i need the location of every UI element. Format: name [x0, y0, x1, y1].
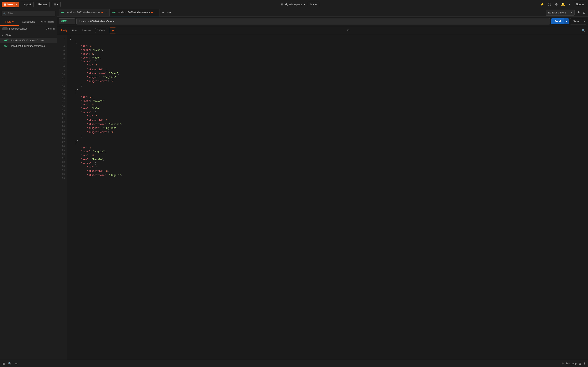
new-tab-button[interactable]: + — [161, 10, 165, 15]
layout-icon-button[interactable]: ⊟ — [579, 362, 581, 365]
filter-input[interactable] — [2, 11, 55, 16]
tab-url: localhost:8081/students/score — [118, 11, 150, 14]
new-button[interactable]: ⊞ New — [2, 2, 15, 7]
search-icon-button[interactable]: ⚡ — [539, 2, 545, 7]
eye-icon-button[interactable]: 👁 — [576, 10, 581, 15]
today-label: Today — [4, 34, 11, 36]
save-dropdown-button[interactable]: ▾ — [582, 18, 586, 25]
chevron-down-icon: ▾ — [67, 20, 68, 22]
save-button[interactable]: Save — [570, 18, 582, 25]
history-today-group[interactable]: ▾ Today — [0, 33, 57, 38]
save-responses-toggle: Save Responses — [2, 27, 27, 30]
method-badge: GET — [3, 39, 9, 42]
workspace-button[interactable]: ⊞ My Workspace ▾ — [281, 3, 305, 6]
method-select[interactable]: GET ▾ — [59, 18, 75, 24]
env-selector[interactable]: No Environment ▾ — [546, 9, 575, 16]
send-button[interactable]: Send — [551, 18, 564, 24]
history-item[interactable]: GET localhost:8081/students/scores — [0, 43, 57, 49]
collections-tab-label: Collections — [22, 20, 35, 23]
runner-button[interactable]: Runner — [36, 2, 50, 7]
bottom-right: 🎓 Bootcamp ⊟ ⬇ — [561, 362, 586, 365]
tab-close-icon[interactable]: ✕ — [155, 11, 157, 14]
response-area: Pretty Raw Preview JSON ▾ ⇌ ⧉ 🔍 — [57, 26, 588, 360]
console-icon-button[interactable]: ▭ — [15, 362, 17, 365]
response-tab-preview[interactable]: Preview — [80, 28, 93, 33]
save-button-group: Save ▾ — [570, 18, 586, 25]
grid-icon: ⊞ — [281, 3, 283, 6]
request-tab-1[interactable]: GET localhost:8081/students/score ✕ — [110, 9, 159, 16]
main-content: History Collections APIs BETA Save Respo… — [0, 9, 588, 360]
history-section: ▾ Today GET localhost:8081/students/scor… — [0, 32, 57, 360]
env-area: No Environment ▾ 👁 ⚙ — [546, 9, 586, 16]
top-bar: ⊞ New ▾ Import Runner ⊟ ▾ ⊞ My Workspace… — [0, 0, 588, 9]
search-icon-button[interactable]: 🔍 — [580, 28, 586, 33]
bootcamp-button[interactable]: 🎓 Bootcamp — [561, 362, 577, 365]
settings-icon-button[interactable]: ⚙ — [554, 2, 559, 7]
pretty-tab-label: Pretty — [61, 29, 67, 32]
invite-button[interactable]: Invite — [308, 2, 319, 7]
response-tabs: Pretty Raw Preview JSON ▾ ⇌ ⧉ 🔍 — [57, 26, 588, 35]
sidebar-tab-collections[interactable]: Collections — [19, 18, 38, 26]
clear-all-button[interactable]: Clear all — [46, 27, 55, 30]
workspace-label: My Workspace — [285, 3, 302, 6]
heart-icon-button[interactable]: ♥ — [568, 2, 571, 7]
layout-button[interactable]: ⊟ ▾ — [52, 2, 61, 7]
chevron-down-icon: ▾ — [104, 29, 105, 32]
headphones-icon-button[interactable]: 🎧 — [547, 2, 553, 7]
url-bar: GET ▾ Send ▾ Save ▾ — [57, 17, 588, 26]
method-label: GET — [61, 20, 67, 23]
request-tabs-bar: GET localhost:8081/students/scores ✕ GET… — [57, 9, 588, 17]
line-numbers: 1234567891011121314151617181920212223242… — [57, 35, 67, 360]
plus-icon: ⊞ — [4, 3, 6, 6]
copy-icon-button[interactable]: ⧉ — [346, 28, 351, 33]
wrap-icon-button[interactable]: ⇌ — [110, 27, 116, 33]
response-tab-raw[interactable]: Raw — [70, 28, 79, 33]
sidebar-tab-history[interactable]: History — [0, 18, 19, 26]
chevron-down-icon: ▾ — [2, 34, 3, 36]
send-dropdown-button[interactable]: ▾ — [564, 18, 569, 24]
sidebar-search-container — [0, 9, 57, 18]
save-responses-toggle-switch[interactable] — [2, 27, 8, 30]
url-input[interactable] — [76, 18, 550, 25]
env-settings-icon-button[interactable]: ⚙ — [582, 10, 586, 16]
bootcamp-label: Bootcamp — [566, 362, 577, 365]
sidebar-tab-apis[interactable]: APIs BETA — [38, 18, 57, 26]
bottom-left: ⊞ 🔍 ▭ — [2, 362, 17, 365]
json-format-select[interactable]: JSON ▾ — [95, 28, 107, 33]
bell-icon-button[interactable]: 🔔 — [560, 2, 566, 7]
send-button-group: Send ▾ — [551, 18, 569, 24]
tab-unsaved-dot — [151, 12, 153, 13]
bootcamp-icon: 🎓 — [561, 362, 564, 365]
request-tab-0[interactable]: GET localhost:8081/students/scores ✕ — [59, 9, 110, 16]
history-url: localhost:8081/students/scores — [11, 45, 45, 48]
sign-in-button[interactable]: Sign In — [573, 2, 586, 7]
tab-actions: + ••• — [161, 10, 172, 15]
import-button[interactable]: Import — [21, 2, 34, 7]
search-wrap — [2, 11, 55, 16]
chevron-down-icon: ▾ — [566, 20, 567, 23]
tab-unsaved-dot — [102, 12, 103, 13]
code-content: [ { "id": 1, "name": "Even", "age": 9, "… — [67, 35, 588, 360]
history-tab-label: History — [5, 20, 13, 23]
sidebar-tabs: History Collections APIs BETA — [0, 18, 57, 26]
chevron-down-icon: ▾ — [571, 12, 572, 14]
search-icon-button[interactable]: 🔍 — [8, 362, 12, 365]
sidebar: History Collections APIs BETA Save Respo… — [0, 9, 57, 360]
raw-tab-label: Raw — [72, 29, 77, 32]
response-tab-pretty[interactable]: Pretty — [59, 28, 69, 33]
chevron-down-icon: ▾ — [304, 3, 305, 6]
tab-close-icon[interactable]: ✕ — [105, 11, 107, 14]
history-item[interactable]: GET localhost:8081/students/score — [0, 38, 57, 43]
env-label: No Environment — [548, 11, 566, 14]
more-tabs-button[interactable]: ••• — [166, 10, 172, 15]
code-view: 1234567891011121314151617181920212223242… — [57, 35, 588, 360]
grid-icon-button[interactable]: ⊞ — [2, 362, 5, 365]
wrap-icon: ⇌ — [112, 29, 114, 32]
preview-tab-label: Preview — [82, 29, 91, 32]
new-dropdown-button[interactable]: ▾ — [15, 2, 19, 7]
tab-method: GET — [61, 11, 66, 14]
new-label: New — [7, 3, 13, 6]
top-center: ⊞ My Workspace ▾ Invite — [62, 2, 538, 7]
download-icon-button[interactable]: ⬇ — [583, 362, 586, 365]
apis-tab-label: APIs — [41, 20, 46, 23]
